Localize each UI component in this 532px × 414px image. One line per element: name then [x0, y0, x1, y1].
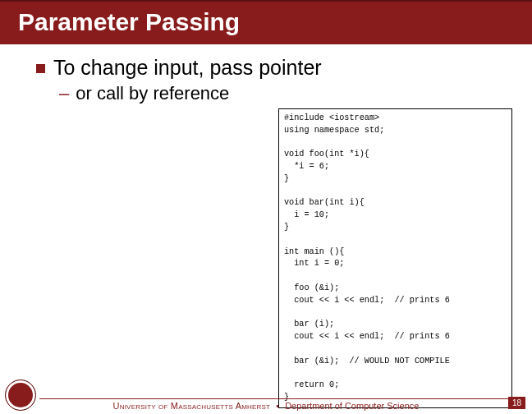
bullet-item: To change input, pass pointer: [36, 56, 507, 80]
sub-bullet-text: or call by reference: [76, 83, 229, 104]
title-band: Parameter Passing: [0, 0, 532, 44]
slide-title: Parameter Passing: [18, 8, 514, 36]
bullet-square-icon: [36, 64, 45, 73]
code-sample: #include <iostream> using namespace std;…: [278, 108, 512, 408]
dash-icon: –: [59, 83, 69, 104]
footer-university: University of Massachusetts Amherst: [113, 401, 271, 411]
footer-department: Department of Computer Science: [285, 401, 419, 411]
footer: University of Massachusetts Amherst • De…: [0, 388, 532, 414]
content-area: To change input, pass pointer – or call …: [0, 44, 532, 104]
footer-divider: [39, 398, 509, 399]
sub-bullet-item: – or call by reference: [59, 83, 507, 104]
footer-separator: •: [276, 401, 279, 411]
page-number: 18: [508, 397, 525, 409]
footer-text: University of Massachusetts Amherst • De…: [0, 401, 532, 411]
bullet-text: To change input, pass pointer: [53, 56, 322, 80]
